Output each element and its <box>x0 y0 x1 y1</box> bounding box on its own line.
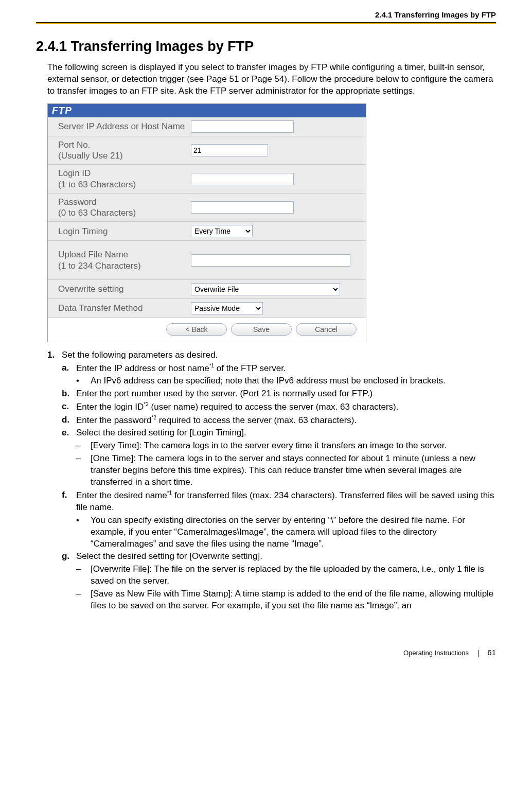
marker-d: d. <box>62 414 76 427</box>
step-f-text: Enter the desired name*1 for transferred… <box>76 489 496 514</box>
row-login: Login ID (1 to 63 Characters) <box>48 165 366 194</box>
marker-b: b. <box>62 388 76 400</box>
row-password: Password (0 to 63 Characters) <box>48 194 366 222</box>
row-method: Data Transfer Method Passive Mode <box>48 299 366 318</box>
label-method: Data Transfer Method <box>58 303 191 313</box>
select-timing[interactable]: Every Time <box>191 225 253 237</box>
dash-icon: – <box>76 564 91 587</box>
input-filename[interactable] <box>191 254 350 267</box>
page-number: 61 <box>487 648 496 657</box>
label-password: Password (0 to 63 Characters) <box>58 197 191 219</box>
step-a-bullet: An IPv6 address can be specified; note t… <box>91 375 446 387</box>
label-server: Server IP Address or Host Name <box>58 121 191 132</box>
bullet-icon: • <box>76 375 91 387</box>
step-b-text: Enter the port number used by the server… <box>76 388 373 400</box>
label-port: Port No. (Usually Use 21) <box>58 139 191 162</box>
marker-a: a. <box>62 362 76 375</box>
label-filename: Upload File Name (1 to 234 Characters) <box>58 249 191 271</box>
step-g-text: Select the desired setting for [Overwrit… <box>76 551 262 563</box>
row-filename: Upload File Name (1 to 234 Characters) <box>48 241 366 280</box>
step-f-bullet: You can specify existing directories on … <box>91 515 496 550</box>
step-e-text: Select the desired setting for [Login Ti… <box>76 427 246 439</box>
label-overwrite: Overwrite setting <box>58 284 191 294</box>
step-d-text: Enter the password*2 required to access … <box>76 414 357 427</box>
header-rule <box>36 22 496 24</box>
row-overwrite: Overwrite setting Overwrite File <box>48 280 366 299</box>
ftp-panel-title: FTP <box>48 104 366 117</box>
dash-icon: – <box>76 440 91 452</box>
section-title: 2.4.1 Transferring Images by FTP <box>36 39 496 55</box>
row-port: Port No. (Usually Use 21) <box>48 136 366 165</box>
save-button[interactable]: Save <box>231 323 292 336</box>
marker-f: f. <box>62 489 76 514</box>
select-method[interactable]: Passive Mode <box>191 302 263 314</box>
intro-paragraph: The following screen is displayed if you… <box>47 62 496 97</box>
input-login[interactable] <box>191 173 294 185</box>
page-footer: Operating Instructions 61 <box>36 648 496 657</box>
input-port[interactable] <box>191 144 268 156</box>
bullet-icon: • <box>76 515 91 550</box>
marker-1: 1. <box>47 349 62 361</box>
marker-g: g. <box>62 551 76 563</box>
dash-icon: – <box>76 453 91 488</box>
step-e-dash1: [Every Time]: The camera logs in to the … <box>91 440 447 452</box>
input-password[interactable] <box>191 201 294 214</box>
label-login: Login ID (1 to 63 Characters) <box>58 168 191 190</box>
marker-c: c. <box>62 401 76 413</box>
cancel-button[interactable]: Cancel <box>296 323 357 336</box>
step-e-dash2: [One Time]: The camera logs in to the se… <box>91 453 496 488</box>
dash-icon: – <box>76 588 91 612</box>
step-1-text: Set the following parameters as desired. <box>62 349 218 361</box>
back-button[interactable]: < Back <box>166 323 227 336</box>
step-g-dash1: [Overwrite File]: The file on the server… <box>91 564 496 587</box>
footer-divider <box>478 650 478 657</box>
label-timing: Login Timing <box>58 226 191 237</box>
ftp-button-row: < Back Save Cancel <box>48 318 366 342</box>
select-overwrite[interactable]: Overwrite File <box>191 283 340 295</box>
step-g-dash2: [Save as New File with Time Stamp]: A ti… <box>91 588 496 612</box>
ftp-panel: FTP Server IP Address or Host Name Port … <box>47 103 366 342</box>
input-server[interactable] <box>191 120 294 133</box>
footer-doc-title: Operating Instructions <box>403 649 469 657</box>
step-c-text: Enter the login ID*2 (user name) require… <box>76 401 398 413</box>
step-a-text: Enter the IP address or host name*1 of t… <box>76 362 286 375</box>
instructions: 1. Set the following parameters as desir… <box>47 349 496 612</box>
row-timing: Login Timing Every Time <box>48 222 366 241</box>
running-header: 2.4.1 Transferring Images by FTP <box>36 10 496 22</box>
marker-e: e. <box>62 427 76 439</box>
row-server: Server IP Address or Host Name <box>48 117 366 136</box>
